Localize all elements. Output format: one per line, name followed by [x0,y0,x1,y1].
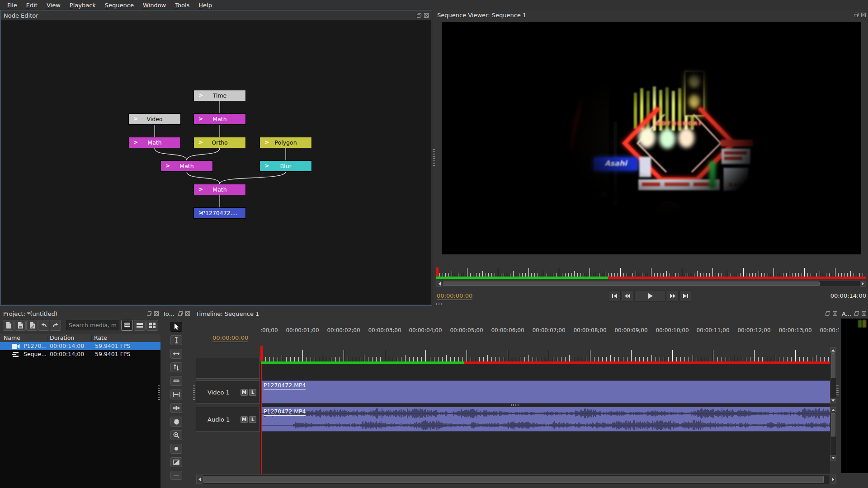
undo-button[interactable] [38,320,49,331]
node-graph-canvas[interactable]: >Time >Math >Video >Math >Ortho >Polygon… [1,20,431,305]
close-panel-icon[interactable] [185,311,190,316]
close-panel-icon[interactable] [861,12,866,18]
viewer-scroll-right-button[interactable] [860,281,865,286]
float-panel-icon[interactable] [854,12,859,18]
viewer-ruler[interactable] [436,267,866,277]
timeline-horizontal-scrollbar[interactable] [196,474,836,484]
slide-tool-button[interactable] [170,403,182,413]
open-project-button[interactable] [14,320,26,331]
rolling-tool-button[interactable] [170,362,182,372]
column-rate: Rate [94,334,107,341]
viewer-scrollbar[interactable] [436,281,866,287]
timeline-ruler[interactable] [260,346,839,361]
timeline-audiomonitor-splitter-grip[interactable] [836,385,839,397]
save-project-button[interactable] [26,320,38,331]
search-input[interactable] [66,320,119,330]
slip-tool-button[interactable] [170,389,182,399]
node-blur[interactable]: >Blur [259,160,312,172]
edit-tool-button[interactable] [170,335,182,345]
audio-lock-button[interactable]: L [249,416,256,423]
video-tracks-scrollbar[interactable] [830,347,836,404]
timeline-current-timecode[interactable]: 00:00:00;00 [212,334,248,342]
zoom-tool-button[interactable] [170,430,182,440]
project-tools-splitter-grip[interactable] [158,385,160,400]
viewer-resize-grip[interactable] [436,303,442,305]
close-panel-icon[interactable] [861,311,867,316]
menu-view[interactable]: View [42,1,65,9]
float-panel-icon[interactable] [416,13,422,18]
viewer-current-timecode[interactable]: 00:00:00;00 [437,292,472,300]
node-editor-title: Node Editor [0,10,432,20]
node-output-media[interactable]: >P1270472.... [193,207,246,219]
node-math-1[interactable]: >Math [193,113,246,125]
node-math-4[interactable]: >Math [193,184,246,195]
node-viewer-splitter-grip[interactable] [433,149,435,167]
transition-tool-button[interactable] [170,457,182,467]
viewer-playhead[interactable] [436,267,439,277]
pointer-tool-button[interactable] [170,322,182,332]
hand-tool-icon [173,418,180,425]
audio-mute-button[interactable]: M [241,416,248,423]
menu-window[interactable]: Window [138,1,170,9]
menu-tools[interactable]: Tools [170,1,194,9]
tools-timeline-splitter-grip[interactable] [193,385,195,400]
menu-edit[interactable]: Edit [22,1,42,9]
video-mute-button[interactable]: M [241,389,248,396]
timeline-playhead-marker[interactable] [260,346,263,361]
viewer-scroll-left-button[interactable] [437,281,442,286]
media-row-video[interactable]: P1270... 00:00:14;00 59.9401 FPS [0,342,160,350]
node-polygon[interactable]: >Polygon [259,137,312,148]
media-row-sequence[interactable]: Seque... 00:00:14;00 59.9401 FPS [0,350,160,358]
float-panel-icon[interactable] [825,311,830,316]
razor-tool-button[interactable] [170,376,182,386]
close-panel-icon[interactable] [154,311,159,316]
skip-start-icon [612,293,618,299]
track-splitter-grip[interactable] [511,404,520,406]
audio-tracks-scrollbar[interactable] [830,407,836,461]
menu-help[interactable]: Help [194,1,217,9]
tree-view-button[interactable] [121,320,133,331]
audio-track-header[interactable]: Audio 1 M L [196,407,260,432]
edit-tool-icon [173,337,180,344]
timeline-track-area[interactable]: P1270472.MP4 P1270472.MP4 [260,364,830,474]
record-tool-button[interactable] [170,444,182,454]
node-math-3[interactable]: >Math [160,160,213,172]
skip-end-button[interactable] [679,290,691,302]
menu-file[interactable]: File [3,1,22,9]
node-time[interactable]: >Time [193,90,246,101]
icon-view-button[interactable] [146,320,158,331]
hand-tool-button[interactable] [170,417,182,427]
menu-playback[interactable]: Playback [65,1,100,9]
rewind-button[interactable] [622,290,633,302]
project-table-header[interactable]: Name Duration Rate [0,334,160,342]
video-clip[interactable]: P1270472.MP4 [261,380,830,404]
viewer-scroll-handle[interactable] [443,282,820,286]
skip-start-button[interactable] [609,290,621,302]
redo-button[interactable] [50,320,61,331]
float-panel-icon[interactable] [854,311,859,316]
node-ortho[interactable]: >Ortho [193,137,246,148]
float-panel-icon[interactable] [146,311,152,316]
close-panel-icon[interactable] [832,311,838,316]
new-project-button[interactable] [3,320,14,331]
video-clip-label: P1270472.MP4 [264,382,306,389]
fast-forward-button[interactable] [667,290,679,302]
ripple-tool-icon [173,350,180,357]
ripple-tool-button[interactable] [170,349,182,359]
menu-sequence[interactable]: Sequence [100,1,138,9]
video-lock-button[interactable]: L [249,389,256,396]
video-track-label: Video 1 [208,389,230,396]
video-track-header[interactable]: Video 1 M L [196,380,260,404]
video-preview: DOTONBORI Asahi [442,22,861,254]
node-math-2[interactable]: >Math [128,137,181,148]
transport-controls [609,290,691,302]
play-button[interactable] [634,290,666,302]
audio-meter-scale [858,320,866,328]
close-panel-icon[interactable] [424,13,429,18]
slide-tool-icon [173,404,180,412]
float-panel-icon[interactable] [178,311,183,316]
audio-clip[interactable]: P1270472.MP4 [261,407,830,432]
node-video[interactable]: >Video [128,113,181,125]
add-tool-button[interactable] [170,471,182,480]
list-view-button[interactable] [134,320,146,331]
